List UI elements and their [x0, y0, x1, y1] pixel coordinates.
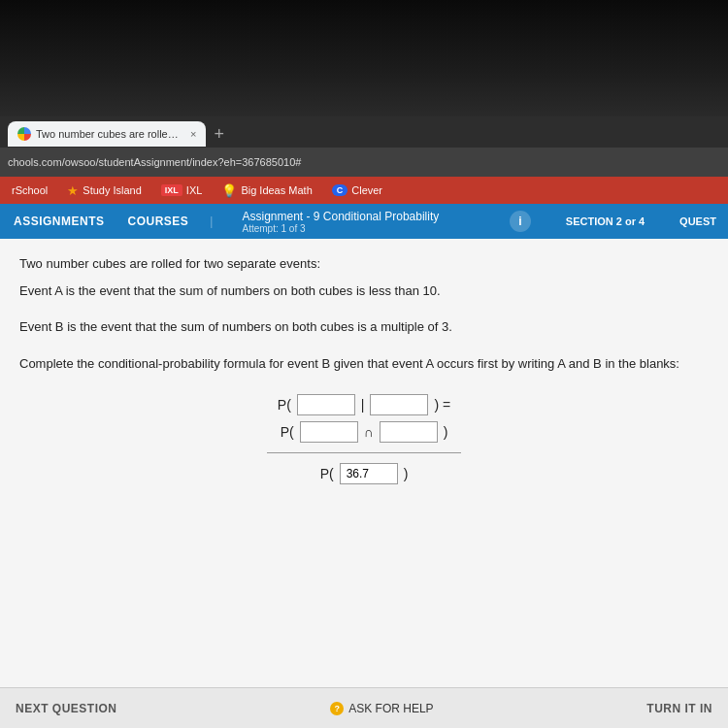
formula-area: P( | ) = P( ∩ ) P( ) — [19, 394, 709, 484]
active-tab[interactable]: Two number cubes are rolled fo × — [8, 121, 206, 147]
input-numerator-right[interactable] — [370, 394, 428, 415]
section-label: SECTION 2 or 4 — [566, 215, 645, 227]
formula-denominator-row: P( ∩ ) — [279, 421, 450, 443]
main-content: Two number cubes are rolled for two sepa… — [0, 239, 728, 728]
p-label-1: P( — [278, 397, 291, 413]
turn-it-in-button[interactable]: TURN IT IN — [646, 702, 712, 715]
quest-label: QUEST — [679, 215, 716, 227]
bookmark-clever[interactable]: C Clever — [328, 182, 386, 198]
clever-icon: C — [332, 184, 348, 196]
result-input[interactable] — [340, 463, 398, 484]
assignment-title: Assignment - 9 Conditional Probability — [242, 210, 489, 223]
assignment-info: Assignment - 9 Conditional Probability A… — [232, 210, 489, 234]
study-island-label: Study Island — [83, 184, 142, 196]
rschool-label: rSchool — [12, 184, 48, 196]
url-text: chools.com/owsoo/studentAssignment/index… — [8, 156, 720, 168]
address-bar[interactable]: chools.com/owsoo/studentAssignment/index… — [0, 148, 728, 177]
ask-icon: ? — [330, 702, 344, 715]
bookmarks-bar: rSchool ★ Study Island IXL IXL 💡 Big Ide… — [0, 177, 728, 204]
info-button[interactable]: i — [510, 211, 531, 232]
new-tab-button[interactable]: + — [214, 124, 224, 145]
input-denominator-left[interactable] — [300, 421, 358, 443]
top-dark-area — [0, 0, 728, 116]
tab-title-text: Two number cubes are rolled fo — [36, 128, 182, 140]
close-paren: ) — [444, 424, 448, 440]
google-favicon-icon — [17, 127, 31, 141]
intersect-symbol: ∩ — [364, 424, 374, 440]
bar-symbol: | — [361, 397, 365, 413]
result-p-label: P( — [320, 466, 334, 481]
nav-assignments[interactable]: ASSIGNMENTS — [12, 209, 107, 234]
bookmark-big-ideas-math[interactable]: 💡 Big Ideas Math — [217, 182, 315, 200]
ixl-icon: IXL — [161, 184, 182, 196]
question-event-a: Event A is the event that the sum of num… — [19, 281, 709, 301]
ask-for-help-button[interactable]: ? ASK FOR HELP — [330, 702, 433, 715]
input-numerator-left[interactable] — [297, 394, 355, 415]
question-event-b: Event B is the event that the sum of num… — [19, 317, 709, 337]
big-ideas-math-label: Big Ideas Math — [241, 184, 312, 196]
bulb-icon: 💡 — [221, 183, 237, 198]
p-label-2: P( — [281, 424, 294, 440]
input-denominator-right[interactable] — [380, 421, 438, 443]
question-instruction: Complete the conditional-probability for… — [19, 354, 709, 374]
ask-for-help-label: ASK FOR HELP — [348, 702, 433, 715]
question-intro: Two number cubes are rolled for two sepa… — [19, 254, 709, 274]
bottom-bar: NEXT QUESTION ? ASK FOR HELP TURN IT IN — [0, 687, 728, 728]
tab-close-button[interactable]: × — [190, 128, 196, 140]
browser-tab-bar: Two number cubes are rolled fo × + — [0, 116, 728, 148]
clever-label: Clever — [351, 184, 382, 196]
bookmark-ixl[interactable]: IXL IXL — [157, 182, 207, 198]
equals-symbol: ) = — [434, 397, 450, 413]
bookmark-rschool[interactable]: rSchool — [8, 182, 51, 198]
next-question-button[interactable]: NEXT QUESTION — [16, 702, 117, 715]
nav-separator: | — [210, 215, 213, 228]
formula-numerator-row: P( | ) = — [276, 394, 452, 415]
bookmark-study-island[interactable]: ★ Study Island — [63, 182, 146, 200]
formula-result-row: P( ) — [318, 463, 411, 484]
formula-divider — [267, 452, 461, 453]
nav-courses[interactable]: COURSES — [126, 209, 191, 234]
study-island-nav: ASSIGNMENTS COURSES | Assignment - 9 Con… — [0, 204, 728, 239]
assignment-attempt: Attempt: 1 of 3 — [242, 223, 489, 234]
result-close-paren: ) — [404, 466, 409, 481]
star-icon: ★ — [67, 183, 79, 198]
ixl-label: IXL — [186, 184, 203, 196]
